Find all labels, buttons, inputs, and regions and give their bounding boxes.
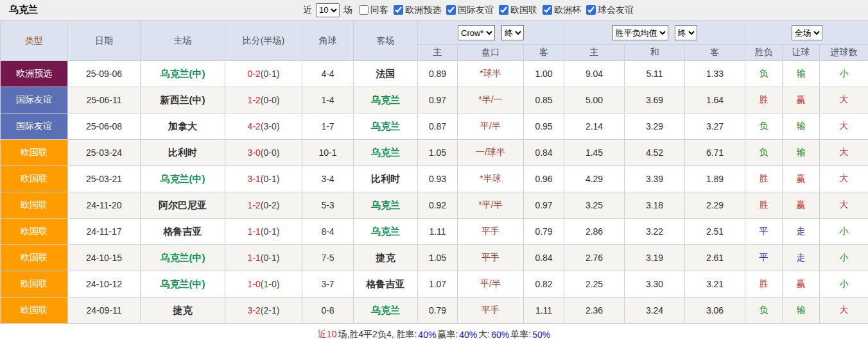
- cell-goals-result: 大: [820, 166, 868, 192]
- cell-asian-home-odds: 0.79: [418, 298, 458, 324]
- filter-checkbox-3[interactable]: [499, 5, 508, 15]
- cell-home-team[interactable]: 乌克兰(中): [141, 271, 225, 298]
- score-halftime: (0-1): [261, 226, 280, 237]
- match-row: 欧国联24-11-17格鲁吉亚1-1(0-1)8-4乌克兰1.11平手0.792…: [1, 219, 868, 245]
- cell-goals-result: 大: [820, 298, 868, 324]
- cell-asian-handicap-line: 平/半: [458, 271, 524, 298]
- cell-corners: 3-4: [302, 166, 354, 192]
- filter-checkbox-4[interactable]: [542, 5, 552, 15]
- match-history-table: 类型 日期 主场 比分(半场) 角球 客场 Crow* 终 胜平负均值 终: [0, 21, 868, 324]
- cell-date: 24-11-17: [68, 219, 141, 245]
- filter-2[interactable]: 国际友谊: [446, 4, 494, 16]
- cell-away-team[interactable]: 捷克: [354, 245, 418, 271]
- cell-asian-away-odds: 1.00: [524, 61, 564, 87]
- cell-away-team[interactable]: 法国: [354, 61, 418, 87]
- topbar: 乌克兰 近 10 场 同客欧洲预选国际友谊欧国联欧洲杯球会友谊: [0, 0, 868, 21]
- cell-asian-away-odds: 1.11: [524, 298, 564, 324]
- filter-4[interactable]: 欧洲杯: [542, 4, 581, 16]
- cell-corners: 10-1: [302, 140, 354, 166]
- sub-header-euro-away: 客: [685, 45, 745, 61]
- cell-home-team[interactable]: 阿尔巴尼亚: [141, 192, 225, 219]
- cell-asian-away-odds: 0.95: [524, 114, 564, 140]
- cell-date: 25-09-06: [68, 61, 141, 87]
- cell-date: 25-06-08: [68, 114, 141, 140]
- cell-euro-away-odds: 2.51: [685, 219, 745, 245]
- filter-3[interactable]: 欧国联: [499, 4, 537, 16]
- sub-header-handicap-result: 让球: [783, 45, 820, 61]
- bookmaker-select[interactable]: Crow*: [458, 25, 495, 40]
- cell-asian-home-odds: 0.97: [418, 87, 458, 114]
- cell-competition: 欧国联: [1, 219, 68, 245]
- cell-asian-home-odds: 1.05: [418, 140, 458, 166]
- cell-score: 3-0(0-0): [225, 140, 302, 166]
- cell-euro-away-odds: 3.27: [685, 114, 745, 140]
- cell-corners: 1-7: [302, 114, 354, 140]
- filter-1[interactable]: 欧洲预选: [394, 4, 441, 16]
- filter-controls: 近 10 场 同客欧洲预选国际友谊欧国联欧洲杯球会友谊: [263, 3, 634, 17]
- match-row: 欧国联24-11-20阿尔巴尼亚1-2(0-2)5-3乌克兰0.92*平/半0.…: [1, 192, 868, 219]
- cell-home-team[interactable]: 加拿大: [141, 114, 225, 140]
- cell-score: 1-1(0-1): [225, 219, 302, 245]
- filter-checkbox-1[interactable]: [394, 5, 403, 15]
- cell-away-team[interactable]: 乌克兰: [354, 140, 418, 166]
- cell-handicap-result: 赢: [783, 166, 820, 192]
- cell-outcome: 平: [745, 245, 783, 271]
- euro-odds-time-select[interactable]: 终: [675, 25, 697, 40]
- euro-odds-source-select[interactable]: 胜平负均值: [612, 25, 668, 40]
- filter-label: 欧国联: [510, 4, 537, 16]
- cell-home-team[interactable]: 乌克兰(中): [141, 245, 225, 271]
- cell-handicap-result: 走: [783, 245, 820, 271]
- cell-asian-handicap-line: *半球: [458, 166, 524, 192]
- cell-away-team[interactable]: 乌克兰: [354, 114, 418, 140]
- cell-score: 1-0(1-0): [225, 271, 302, 298]
- cell-home-team[interactable]: 乌克兰(中): [141, 166, 225, 192]
- cell-home-team[interactable]: 捷克: [141, 298, 225, 324]
- fulltime-select[interactable]: 全场: [792, 25, 822, 40]
- asian-odds-time-select[interactable]: 终: [501, 25, 524, 40]
- cell-away-team[interactable]: 比利时: [354, 166, 418, 192]
- filter-0[interactable]: 同客: [359, 4, 388, 16]
- cell-goals-result: 小: [820, 245, 868, 271]
- cell-home-team[interactable]: 格鲁吉亚: [141, 219, 225, 245]
- match-row: 国际友谊25-06-08加拿大4-2(3-0)1-7乌克兰0.87平/半0.95…: [1, 114, 868, 140]
- cell-corners: 4-4: [302, 61, 354, 87]
- cell-asian-handicap-line: 平手: [458, 245, 524, 271]
- summary-segment-7: 单率:: [510, 329, 531, 341]
- cell-home-team[interactable]: 乌克兰(中): [141, 61, 225, 87]
- cell-home-team[interactable]: 新西兰(中): [141, 87, 225, 114]
- cell-goals-result: 大: [820, 87, 868, 114]
- cell-asian-home-odds: 0.92: [418, 192, 458, 219]
- cell-euro-home-odds: 2.36: [564, 298, 625, 324]
- score-fulltime: 3-1: [248, 174, 261, 184]
- cell-goals-result: 大: [820, 140, 868, 166]
- cell-handicap-result: 输: [783, 140, 820, 166]
- cell-asian-handicap-line: *球半: [458, 61, 524, 87]
- match-row: 欧国联24-09-11捷克3-2(2-1)0-8乌克兰0.79平手1.112.3…: [1, 298, 868, 324]
- col-header-corners: 角球: [302, 21, 354, 61]
- cell-corners: 7-5: [302, 245, 354, 271]
- cell-outcome: 胜: [745, 271, 783, 298]
- cell-euro-away-odds: 3.06: [685, 298, 745, 324]
- cell-date: 25-06-11: [68, 87, 141, 114]
- cell-competition: 欧国联: [1, 298, 68, 324]
- filter-5[interactable]: 球会友谊: [586, 4, 634, 16]
- cell-asian-away-odds: 0.96: [524, 166, 564, 192]
- match-count-select[interactable]: 10: [316, 3, 340, 17]
- cell-home-team[interactable]: 比利时: [141, 140, 225, 166]
- filter-checkbox-0[interactable]: [359, 5, 369, 15]
- cell-date: 25-03-24: [68, 140, 141, 166]
- cell-away-team[interactable]: 乌克兰: [354, 192, 418, 219]
- cell-euro-away-odds: 1.64: [685, 87, 745, 114]
- filter-checkbox-5[interactable]: [586, 5, 596, 15]
- cell-away-team[interactable]: 格鲁吉亚: [354, 271, 418, 298]
- cell-away-team[interactable]: 乌克兰: [354, 87, 418, 114]
- asian-odds-group-header: Crow* 终: [418, 21, 564, 45]
- cell-away-team[interactable]: 乌克兰: [354, 219, 418, 245]
- cell-outcome: 平: [745, 219, 783, 245]
- cell-handicap-result: 输: [783, 114, 820, 140]
- sub-header-asian-home: 主: [418, 45, 458, 61]
- score-fulltime: 1-1: [248, 253, 261, 263]
- cell-away-team[interactable]: 乌克兰: [354, 298, 418, 324]
- cell-date: 24-11-20: [68, 192, 141, 219]
- filter-checkbox-2[interactable]: [446, 5, 456, 15]
